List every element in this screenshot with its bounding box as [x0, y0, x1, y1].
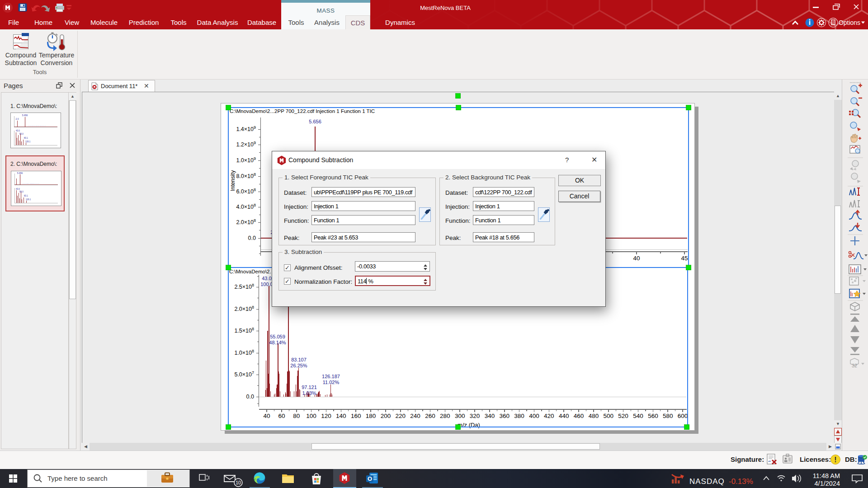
svg-text:43.0: 43.0: [16, 188, 20, 190]
svg-text:0.0: 0.0: [246, 394, 254, 400]
svg-text:C:\MnovaDemo\2...2PP 700_122.c: C:\MnovaDemo\2...2PP 700_122.cdf Injecti…: [230, 108, 375, 114]
svg-text:340: 340: [485, 413, 495, 419]
svg-text:83.107: 83.107: [291, 357, 307, 362]
svg-text:520: 520: [618, 413, 628, 419]
svg-text:320: 320: [470, 413, 480, 419]
svg-text:45: 45: [681, 255, 688, 262]
svg-text:O: O: [368, 475, 372, 482]
svg-text:200: 200: [381, 413, 391, 419]
svg-text:420: 420: [544, 413, 554, 419]
svg-text:380: 380: [514, 413, 524, 419]
svg-text:220: 220: [395, 413, 406, 419]
svg-text:1.5×108: 1.5×108: [234, 327, 254, 334]
svg-text:10: 10: [236, 480, 241, 485]
svg-text:260: 260: [425, 413, 435, 419]
svg-text:40: 40: [633, 255, 640, 262]
svg-text:55.0: 55.0: [19, 133, 24, 135]
svg-text:560: 560: [648, 413, 658, 419]
svg-text:280: 280: [440, 413, 450, 419]
svg-text:1.2×109: 1.2×109: [236, 141, 256, 148]
svg-text:440: 440: [559, 413, 569, 419]
svg-text:!: !: [834, 456, 836, 464]
svg-text:8.0×108: 8.0×108: [236, 172, 256, 179]
svg-text:300: 300: [455, 413, 465, 419]
svg-text:.. ... ... .. ... ... ... .. .: .. ... ... .. ... ... ... .. .. ..: [28, 124, 46, 127]
svg-text:5.656: 5.656: [22, 114, 28, 117]
svg-text:Intensity: Intensity: [230, 170, 236, 191]
svg-text:480: 480: [589, 413, 599, 419]
svg-text:2.0×108: 2.0×108: [236, 218, 256, 225]
svg-text:55.059: 55.059: [270, 334, 285, 339]
svg-text:2.0×108: 2.0×108: [234, 305, 254, 312]
svg-text:NASDAQ: NASDAQ: [689, 477, 725, 486]
svg-text:60: 60: [278, 413, 285, 419]
svg-text:5.656: 5.656: [309, 119, 321, 124]
svg-text:5.656: 5.656: [17, 172, 23, 174]
svg-text:83.1: 83.1: [24, 195, 28, 197]
svg-text:140: 140: [336, 413, 346, 419]
svg-text:32: 32: [852, 363, 857, 368]
svg-text:126.1: 126.1: [26, 198, 31, 201]
svg-text:0.0: 0.0: [248, 235, 256, 241]
svg-text:460: 460: [574, 413, 584, 419]
svg-text:83.1: 83.1: [24, 137, 28, 139]
svg-text:Options: Options: [839, 19, 860, 26]
svg-text:126.1: 126.1: [25, 141, 31, 143]
svg-text:1.0×109: 1.0×109: [236, 156, 256, 164]
svg-text:-0.13%: -0.13%: [729, 477, 753, 486]
svg-text:600: 600: [678, 413, 688, 419]
svg-text:.. ... ...... .......... .. ..: .. ... ...... .......... .. .. ..: [23, 182, 39, 184]
svg-text:400: 400: [529, 413, 539, 419]
svg-text:C:\MnovaDemo\2.: C:\MnovaDemo\2.: [229, 269, 271, 274]
svg-text:2.5×108: 2.5×108: [234, 283, 254, 290]
svg-text:1.03%: 1.03%: [302, 390, 316, 396]
svg-text:540: 540: [633, 413, 643, 419]
svg-text:180: 180: [366, 413, 376, 419]
svg-text:120: 120: [321, 413, 331, 419]
svg-text:1.0×108: 1.0×108: [234, 349, 254, 356]
svg-text:40: 40: [263, 413, 270, 419]
svg-text:240: 240: [410, 413, 420, 419]
svg-text:43.0: 43.0: [16, 130, 20, 132]
svg-text:80: 80: [293, 413, 300, 419]
svg-text:5.0×107: 5.0×107: [234, 371, 254, 378]
svg-text:6.0×108: 6.0×108: [236, 188, 256, 195]
svg-text:500: 500: [604, 413, 614, 419]
svg-text:126.187: 126.187: [322, 374, 340, 379]
svg-text:580: 580: [663, 413, 673, 419]
svg-text:360: 360: [500, 413, 510, 419]
svg-text:100: 100: [306, 413, 316, 419]
svg-text:26.25%: 26.25%: [290, 363, 307, 368]
svg-text:160: 160: [351, 413, 361, 419]
svg-text:11.02%: 11.02%: [323, 380, 340, 385]
svg-text:2.0: 2.0: [16, 117, 19, 120]
svg-text:4.0×108: 4.0×108: [236, 203, 256, 210]
svg-text:48.14%: 48.14%: [269, 340, 286, 345]
svg-text:55.0: 55.0: [19, 191, 24, 193]
svg-text:97.121: 97.121: [302, 385, 317, 390]
svg-text:1.4×109: 1.4×109: [236, 125, 256, 132]
